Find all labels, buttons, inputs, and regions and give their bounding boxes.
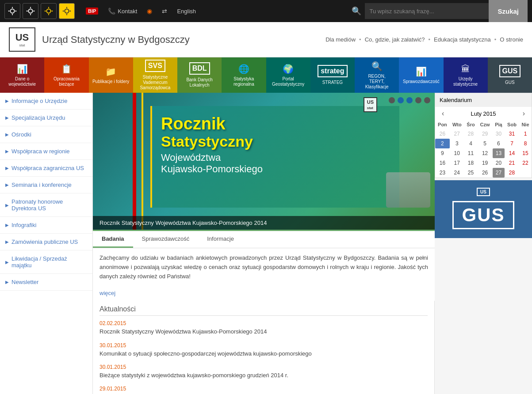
- cal-cell-w1-d5[interactable]: 7: [505, 139, 519, 148]
- sidebar-label-8: Zamówienia publiczne US: [11, 239, 78, 245]
- cal-cell-w3-d2[interactable]: 18: [464, 158, 478, 168]
- cal-cell-w1-d1[interactable]: 3: [450, 139, 464, 148]
- cal-cell-w0-d6[interactable]: 1: [519, 129, 532, 139]
- cat-item-publikacje-i-foldery[interactable]: 📁Publikacje i foldery: [89, 57, 133, 93]
- sidebar-arrow-7: ▶: [5, 223, 9, 227]
- cal-cell-w1-d2[interactable]: 4: [464, 139, 478, 148]
- cat-item-statystyka-regionalna[interactable]: 🌐Statystyka regionalna: [222, 57, 266, 93]
- cal-cell-w2-d4[interactable]: 13: [493, 148, 505, 158]
- cal-cell-w0-d3[interactable]: 29: [477, 129, 492, 139]
- news-date-1: 30.01.2015: [100, 342, 428, 349]
- news-text-0[interactable]: Rocznik Statystyczny Województwa Kujawsk…: [100, 328, 428, 336]
- nav-edukacja[interactable]: Edukacja statystyczna: [434, 36, 491, 43]
- cal-cell-w1-d3[interactable]: 5: [477, 139, 492, 148]
- cal-cell-w2-d6[interactable]: 15: [519, 148, 532, 158]
- sidebar-item-0[interactable]: ▶Informacje o Urzędzie: [0, 93, 92, 110]
- cat-item-sprawozdawczosc[interactable]: 📊Sprawozdawczość: [399, 57, 443, 93]
- sidebar-item-1[interactable]: ▶Specjalizacja Urzędu: [0, 110, 92, 126]
- tab-more-link[interactable]: więcej: [93, 290, 435, 301]
- sidebar-item-7[interactable]: ▶Infografiki: [0, 217, 92, 234]
- sidebar-item-2[interactable]: ▶Ośrodki: [0, 126, 92, 143]
- gus-logo-small: US: [477, 189, 490, 194]
- cal-cell-w3-d4[interactable]: 20: [493, 158, 505, 168]
- slide-dot-4[interactable]: [415, 97, 421, 103]
- calendar-next[interactable]: ›: [521, 110, 527, 117]
- sidebar-item-4[interactable]: ▶Współpraca zagraniczna US: [0, 160, 92, 177]
- cal-cell-w3-d1[interactable]: 17: [450, 158, 464, 168]
- acc-icon-4[interactable]: [59, 3, 75, 19]
- acc-icon-3[interactable]: [41, 3, 57, 19]
- slide-dot-2[interactable]: [398, 97, 404, 103]
- header-nav: Dla mediów • Co, gdzie, jak załatwić? • …: [325, 36, 523, 43]
- cat-item-bank-danych-lokalnych[interactable]: BDLBank Danych Lokalnych: [177, 57, 222, 93]
- cal-cell-w4-d3[interactable]: 26: [477, 168, 492, 178]
- cal-cell-w2-d0[interactable]: 9: [435, 148, 450, 158]
- cal-cell-w4-d1[interactable]: 24: [450, 168, 464, 178]
- cal-cell-w1-d6[interactable]: 8: [519, 139, 532, 148]
- news-text-2[interactable]: Bieżące statystyki z województwa kujawsk…: [100, 371, 428, 379]
- cal-cell-w0-d1[interactable]: 27: [450, 129, 464, 139]
- cat-item-urzedy-statystyczne[interactable]: 🏛Urzędy statystyczne: [444, 57, 488, 93]
- slide-dot-3[interactable]: [406, 97, 413, 103]
- cat-item-statystyczne-vademecum[interactable]: SVSStatystyczne Vademecum Samorządowca: [133, 57, 177, 93]
- cal-cell-w4-d0[interactable]: 23: [435, 168, 450, 178]
- cal-cell-w3-d0[interactable]: 16: [435, 158, 450, 168]
- cat-item-strateg[interactable]: strategSTRATEG: [310, 57, 355, 93]
- tab-informacje[interactable]: Informacje: [198, 231, 243, 248]
- news-text-1[interactable]: Komunikat o sytuacji społeczno-gospodarc…: [100, 350, 428, 358]
- slide-dot-1[interactable]: [389, 97, 395, 103]
- kontakt-link[interactable]: 📞 Kontakt: [103, 5, 142, 17]
- acc-icon-1[interactable]: [4, 3, 20, 19]
- sidebar-item-3[interactable]: ▶Współpraca w regionie: [0, 143, 92, 160]
- cal-cell-w4-d4[interactable]: 27: [493, 168, 505, 178]
- sidebar-item-10[interactable]: ▶Newsletter: [0, 274, 92, 291]
- tab-badania[interactable]: Badania: [93, 231, 133, 248]
- search-input[interactable]: [365, 3, 489, 19]
- calendar-prev[interactable]: ‹: [440, 110, 446, 117]
- cat-item-dane-o-wojewodztwie[interactable]: 📊Dane o województwie: [0, 57, 44, 93]
- slide-dot-5[interactable]: [424, 97, 430, 103]
- cal-day-header-Czw: Czw: [477, 120, 492, 129]
- sidebar-item-6[interactable]: ▶Patronaty honorowe Dyrektora US: [0, 193, 92, 217]
- cal-cell-w1-d0[interactable]: 2: [435, 139, 450, 148]
- cat-item-gus[interactable]: GUSGUS: [488, 57, 532, 93]
- cal-cell-w4-d2[interactable]: 25: [464, 168, 478, 178]
- english-link[interactable]: English: [172, 6, 200, 17]
- sidebar-item-8[interactable]: ▶Zamówienia publiczne US: [0, 234, 92, 250]
- cal-cell-w0-d2[interactable]: 28: [464, 129, 478, 139]
- nav-co-gdzie[interactable]: Co, gdzie, jak załatwić?: [365, 36, 425, 43]
- bip-link[interactable]: BIP: [81, 5, 103, 17]
- acc-icon-2[interactable]: [23, 3, 38, 19]
- cat-item-opracowania-biezace[interactable]: 📋Opracowania bieżące: [44, 57, 88, 93]
- cat-icon-statystyka-regionalna: 🌐: [238, 63, 249, 75]
- calendar: Kalendarium ‹ Luty 2015 › PonWtoŚroCzwPi…: [435, 93, 532, 178]
- search-button[interactable]: Szukaj: [489, 0, 528, 22]
- share-link[interactable]: ⇄: [157, 5, 172, 17]
- cal-cell-w2-d2[interactable]: 11: [464, 148, 478, 158]
- cal-cell-w2-d3[interactable]: 12: [477, 148, 492, 158]
- tab-sprawozdawczość[interactable]: Sprawozdawczość: [133, 231, 199, 248]
- cat-item-regon-teryt[interactable]: 🔍REGON, TERYT, Klasyfikacje: [355, 57, 399, 93]
- cal-cell-w4-d5[interactable]: 28: [505, 168, 519, 178]
- cat-label-regon-teryt: REGON, TERYT, Klasyfikacje: [365, 74, 389, 90]
- sidebar-item-9[interactable]: ▶Likwidacja / Sprzedaż majątku: [0, 250, 92, 274]
- cal-cell-w0-d5[interactable]: 31: [505, 129, 519, 139]
- cal-cell-w1-d4[interactable]: 6: [493, 139, 505, 148]
- cal-cell-w3-d6[interactable]: 22: [519, 158, 532, 168]
- cal-cell-w3-d5[interactable]: 21: [505, 158, 519, 168]
- gus-banner[interactable]: US GUS: [435, 180, 532, 238]
- cat-icon-opracowania-biezace: 📋: [61, 63, 72, 75]
- nav-dla-mediow[interactable]: Dla mediów: [325, 36, 356, 43]
- sidebar-item-5[interactable]: ▶Seminaria i konferencje: [0, 177, 92, 193]
- cal-cell-w2-d1[interactable]: 10: [450, 148, 464, 158]
- cal-cell-w0-d4[interactable]: 30: [493, 129, 505, 139]
- cat-item-portal-geostatystyczny[interactable]: 🌍Portal Geostatystyczny: [266, 57, 310, 93]
- rss-link[interactable]: ◉: [142, 5, 157, 17]
- cal-cell-w3-d3[interactable]: 19: [477, 158, 492, 168]
- sidebar-label-5: Seminaria i konferencje: [11, 182, 72, 188]
- site-logo[interactable]: US stat: [9, 27, 35, 52]
- cal-cell-w2-d5[interactable]: 14: [505, 148, 519, 158]
- calendar-month-nav: ‹ Luty 2015 ›: [435, 107, 532, 120]
- nav-o-stronie[interactable]: O stronie: [500, 36, 523, 43]
- cal-cell-w0-d0[interactable]: 26: [435, 129, 450, 139]
